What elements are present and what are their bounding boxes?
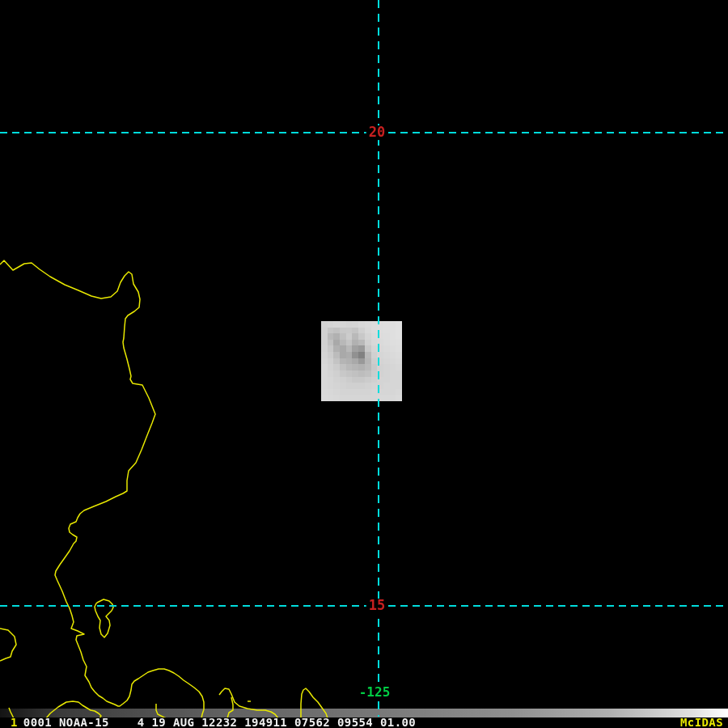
frame-number: 1 [11,717,18,728]
image-label: 0001 NOAA-15 [23,717,109,728]
latitude-label-20: 20 [366,125,387,140]
mcidas-image-display: 2015-125 1 0001 NOAA-15 4 19 AUG 12232 1… [0,0,728,728]
status-bar: 1 0001 NOAA-15 4 19 AUG 12232 194911 075… [0,717,728,728]
longitude-label--125: -125 [357,686,393,700]
map-grid-overlay [0,0,728,728]
image-info: 4 19 AUG 12232 194911 07562 09554 01.00 [138,717,416,728]
latitude-label-15: 15 [366,599,387,613]
coastline-path [0,629,16,661]
coastline-path [0,260,204,718]
mcidas-brand: McIDAS [680,717,723,728]
coastline-path [301,688,328,718]
